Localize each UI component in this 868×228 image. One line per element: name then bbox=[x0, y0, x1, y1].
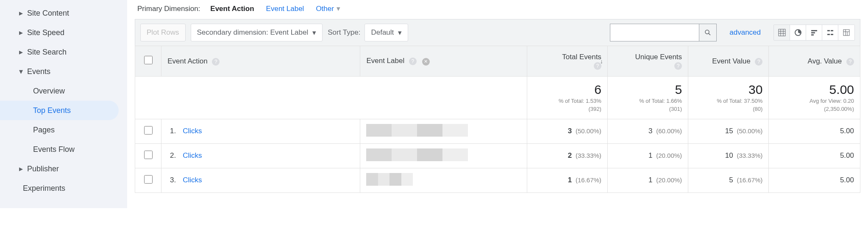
summary-total-events: 6 bbox=[533, 82, 601, 97]
redacted-label bbox=[366, 124, 468, 137]
row-index: 3. bbox=[167, 176, 176, 184]
select-all-checkbox[interactable] bbox=[144, 56, 153, 64]
search-button[interactable] bbox=[699, 24, 717, 41]
sidebar-sub-top-events[interactable]: Top Events bbox=[0, 101, 119, 120]
col-header-label: Event Value bbox=[712, 57, 750, 65]
help-icon[interactable]: ? bbox=[674, 62, 682, 70]
view-pie-button[interactable] bbox=[790, 25, 806, 40]
unique-events-pct: (20.00%) bbox=[656, 176, 682, 184]
svg-rect-13 bbox=[827, 34, 830, 35]
remove-column-icon[interactable]: ✕ bbox=[422, 58, 430, 66]
sidebar-sub-label: Events Flow bbox=[33, 145, 75, 154]
col-header-event-label[interactable]: Event Label ? ✕ bbox=[360, 46, 527, 77]
unique-events-value: 3 bbox=[648, 127, 652, 135]
col-header-label: Event Action bbox=[167, 57, 208, 65]
event-value: 15 bbox=[725, 127, 733, 135]
col-header-unique-events[interactable]: Unique Events ? bbox=[607, 46, 688, 77]
col-header-avg-value[interactable]: Avg. Value ? bbox=[769, 46, 860, 77]
sidebar-item-events[interactable]: ▾ Events bbox=[0, 62, 119, 81]
view-bar-button[interactable] bbox=[806, 25, 822, 40]
data-table: Event Action ? Event Label ? ✕ Total Eve… bbox=[135, 46, 860, 193]
caret-right-icon: ▸ bbox=[18, 164, 24, 173]
view-compare-button[interactable] bbox=[822, 25, 838, 40]
sidebar-item-site-search[interactable]: ▸ Site Search bbox=[0, 42, 119, 62]
col-header-event-action[interactable]: Event Action ? bbox=[161, 46, 360, 77]
avg-value: 5.00 bbox=[840, 151, 854, 159]
row-index: 1. bbox=[167, 127, 176, 135]
summary-sub: (301) bbox=[614, 106, 682, 113]
help-icon[interactable]: ? bbox=[409, 58, 417, 65]
search-input[interactable] bbox=[610, 24, 699, 41]
redacted-label bbox=[366, 173, 413, 186]
col-header-label: Avg. Value bbox=[808, 57, 842, 65]
summary-event-value: 30 bbox=[694, 82, 762, 97]
summary-row: 6 % of Total: 1.53% (392) 5 % of Total: … bbox=[135, 77, 860, 119]
primary-dimension-label: Primary Dimension: bbox=[137, 5, 200, 13]
svg-rect-2 bbox=[779, 29, 785, 36]
col-header-event-value[interactable]: Event Value ? bbox=[688, 46, 769, 77]
svg-rect-11 bbox=[827, 30, 830, 31]
summary-unique-events: 5 bbox=[614, 82, 682, 97]
sidebar: ▸ Site Content ▸ Site Speed ▸ Site Searc… bbox=[0, 0, 127, 208]
sort-type: Sort Type: Default ▾ bbox=[328, 24, 408, 41]
sidebar-sub-overview[interactable]: Overview bbox=[0, 81, 119, 101]
sidebar-sub-label: Top Events bbox=[33, 106, 71, 115]
sidebar-sub-label: Overview bbox=[33, 87, 65, 96]
help-icon[interactable]: ? bbox=[755, 58, 762, 66]
view-table-button[interactable] bbox=[774, 25, 790, 40]
sidebar-item-label: Site Search bbox=[27, 48, 67, 57]
toolbar: Plot Rows Secondary dimension: Event Lab… bbox=[135, 19, 860, 46]
event-action-link[interactable]: Clicks bbox=[183, 151, 202, 159]
summary-sub: % of Total: 1.53% bbox=[533, 98, 601, 105]
dimension-event-label[interactable]: Event Label bbox=[266, 5, 304, 13]
row-checkbox[interactable] bbox=[144, 126, 153, 135]
sidebar-item-site-speed[interactable]: ▸ Site Speed bbox=[0, 23, 119, 42]
sidebar-sub-pages[interactable]: Pages bbox=[0, 120, 119, 140]
compare-icon bbox=[826, 29, 834, 36]
search-icon bbox=[704, 29, 712, 36]
sidebar-item-label: Events bbox=[27, 67, 50, 76]
plot-rows-button[interactable]: Plot Rows bbox=[140, 24, 186, 41]
event-value: 5 bbox=[729, 176, 733, 184]
unique-events-pct: (60.00%) bbox=[656, 127, 682, 135]
col-header-total-events[interactable]: Total Events ? ↓ bbox=[527, 46, 607, 77]
svg-rect-12 bbox=[831, 30, 833, 31]
sort-type-select[interactable]: Default ▾ bbox=[364, 24, 408, 41]
sidebar-sub-events-flow[interactable]: Events Flow bbox=[0, 140, 119, 159]
summary-sub: (392) bbox=[533, 106, 601, 113]
event-action-link[interactable]: Clicks bbox=[183, 176, 202, 184]
event-action-link[interactable]: Clicks bbox=[183, 127, 202, 135]
secondary-dimension-label: Secondary dimension: Event Label bbox=[197, 28, 309, 37]
col-header-checkbox bbox=[135, 46, 161, 77]
sidebar-sub-label: Pages bbox=[33, 126, 55, 135]
advanced-link[interactable]: advanced bbox=[729, 28, 761, 37]
svg-rect-14 bbox=[831, 34, 833, 35]
help-icon[interactable]: ? bbox=[212, 58, 220, 66]
col-header-label: Unique Events bbox=[635, 53, 682, 61]
summary-sub: Avg for View: 0.20 bbox=[775, 98, 854, 105]
summary-sub: (2,350.00%) bbox=[775, 106, 854, 113]
caret-right-icon: ▸ bbox=[18, 47, 24, 57]
sidebar-item-label: Publisher bbox=[27, 165, 59, 173]
total-events-pct: (16.67%) bbox=[576, 176, 601, 184]
row-checkbox[interactable] bbox=[144, 175, 153, 184]
total-events-pct: (50.00%) bbox=[576, 127, 601, 135]
svg-rect-9 bbox=[811, 32, 815, 33]
help-icon[interactable]: ? bbox=[846, 58, 854, 66]
caret-down-icon: ▾ bbox=[312, 28, 316, 37]
view-buttons bbox=[773, 25, 855, 41]
row-checkbox[interactable] bbox=[144, 151, 153, 159]
secondary-dimension-select[interactable]: Secondary dimension: Event Label ▾ bbox=[191, 24, 323, 41]
main-content: Primary Dimension: Event Action Event La… bbox=[127, 0, 868, 208]
caret-down-icon: ▾ bbox=[18, 67, 24, 76]
unique-events-value: 1 bbox=[648, 176, 652, 184]
sidebar-item-site-content[interactable]: ▸ Site Content bbox=[0, 3, 119, 23]
sidebar-item-publisher[interactable]: ▸ Publisher bbox=[0, 159, 119, 179]
view-pivot-button[interactable] bbox=[838, 25, 854, 40]
avg-value: 5.00 bbox=[840, 127, 854, 135]
dimension-event-action[interactable]: Event Action bbox=[210, 5, 254, 13]
caret-right-icon: ▸ bbox=[18, 28, 24, 37]
dimension-other[interactable]: Other ▾ bbox=[316, 4, 340, 13]
sidebar-item-experiments[interactable]: Experiments bbox=[0, 179, 127, 198]
svg-point-0 bbox=[705, 30, 709, 34]
